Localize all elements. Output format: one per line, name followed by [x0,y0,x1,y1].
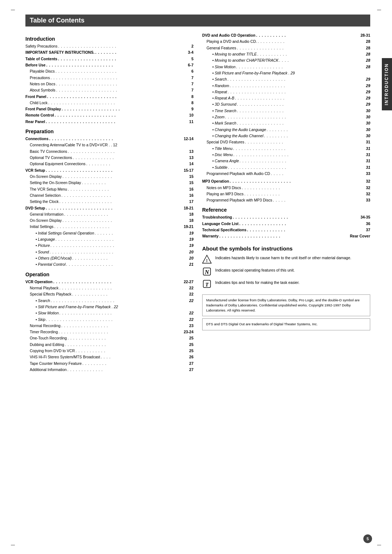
toc-line: • Subtitle . . . . . . . . . . . . . . .… [202,164,370,171]
reference-heading: Reference [202,207,370,213]
page-title: Table of Contents [25,15,370,27]
toc-line: Programmed Playback with Audio CD . . . … [202,171,370,177]
toc-line: Special DVD Features . . . . . . . . . .… [202,139,370,145]
about-symbols-page: 7 [191,87,193,93]
toc-line: Tape Counter Memory Feature . . . . . . … [25,360,193,367]
about-symbols-section: About the symbols for instructions ! Ind… [202,245,370,289]
toc-line: Technical Specifications . . . . . . . .… [202,227,370,233]
toc-line: Copying from DVD to VCR . . . . . . . . … [25,348,193,354]
svg-text:!: ! [206,258,208,263]
child-lock-label: Child Lock [30,100,48,106]
corner-mark-tl: — [11,7,15,12]
introduction-heading: Introduction [25,36,193,42]
introduction-section: Introduction Safety Precautions . . . . … [25,36,193,125]
right-column: DVD and Audio CD Operation . . . . . . .… [202,32,370,373]
toc-line: VCR Operation . . . . . . . . . . . . . … [25,279,193,285]
toc-line: Playing a DVD and Audio CD. . . . . . . … [202,38,370,45]
before-use-label: Before Use [25,62,45,68]
operation-heading: Operation [25,272,193,277]
page-number-badge: 5 [363,534,372,543]
toc-line: Child Lock . . . . . . . . . . . . . . .… [25,100,193,106]
front-panel-display-label: Front Panel Display [25,106,61,112]
toc-line: Setting the Clock . . . . . . . . . . . … [25,199,193,205]
toc-line: Precautions . . . . . . . . . . . . . . … [25,75,193,81]
toc-line: • Slow Motion . . . . . . . . . . . . . … [25,310,193,316]
toc-line: Language Code List . . . . . . . . . . .… [202,221,370,227]
toc-line: Basic TV Connections . . . . . . . . . .… [25,148,193,155]
svg-text:T: T [205,282,209,288]
toc-line: Notes on Discs . . . . . . . . . . . . .… [25,81,193,87]
toc-line: Playing an MP3 Discs . . . . . . . . . .… [202,191,370,197]
toc-line: • Moving to another CHAPTER/TRACK . . . … [202,57,370,64]
playable-discs-dots: . . . . . . . . . . . . . . . . . . . . … [56,68,191,74]
dolby-notice-box: Manufactured under license from Dolby La… [202,294,370,317]
tip-text: Indicates tips and hints for making the … [215,279,299,286]
precautions-dots: . . . . . . . . . . . . . . . . . . . . … [50,75,191,81]
symbol-row-note: N Indicates special operating features o… [202,267,370,276]
toc-line: • Repeat A-B . . . . . . . . . . . . . .… [202,95,370,101]
before-use-dots: . . . . . . . . . . . . . . . . . . . . … [46,62,187,68]
safety-precautions-dots: . . . . . . . . . . . . . . . . . . . . … [58,43,191,49]
toc-line: • Still Picture and Frame-by-Frame Playb… [25,304,193,310]
toc-line: DVD and Audio CD Operation . . . . . . .… [202,32,370,38]
important-safety-dots: . . . . . . . . [95,49,187,56]
before-use-page: 6-7 [188,62,193,68]
caution-text: Indicates hazards likely to cause harm t… [215,254,351,261]
dolby-notice-text: Manufactured under license from Dolby La… [206,298,360,313]
corner-mark-br: — [377,542,381,547]
toc-label: Table of Contents [25,56,57,62]
toc-line: • Initial Settings General Operation . .… [25,230,193,236]
toc-line: • Disc Menu . . . . . . . . . . . . . . … [202,152,370,158]
preparation-heading: Preparation [25,129,193,134]
toc-page: 5 [191,56,193,62]
child-lock-dots: . . . . . . . . . . . . . . . . . . . . … [48,100,191,106]
toc-line: Before Use . . . . . . . . . . . . . . .… [25,62,193,68]
toc-line: The VCR Setup Menu . . . . . . . . . . .… [25,186,193,192]
toc-line: On-Screen Display . . . . . . . . . . . … [25,174,193,180]
rear-panel-dots: . . . . . . . . . . . . . . . . . . . . … [46,119,188,125]
svg-text:N: N [204,269,209,275]
rear-panel-page: 11 [189,119,193,125]
remote-control-page: 10 [189,112,193,118]
toc-line: Notes on MP3 Discs . . . . . . . . . . .… [202,185,370,191]
toc-line: • Others (DRC/Vocal) . . . . . . . . . .… [25,255,193,261]
front-panel-display-dots: . . . . . . . . . . . . . . . . . . . . … [62,106,191,112]
about-symbols-heading: About the symbols for instructions [202,245,370,252]
notes-discs-dots: . . . . . . . . . . . . . . . . . . . . … [56,81,191,87]
toc-line: Optional TV Connections . . . . . . . . … [25,155,193,161]
toc-line: About Symbols . . . . . . . . . . . . . … [25,87,193,93]
symbol-row-caution: ! Indicates hazards likely to cause harm… [202,254,370,264]
operation-section: Operation VCR Operation . . . . . . . . … [25,272,193,373]
toc-line: Optional Equipment Connections . . . . .… [25,161,193,167]
important-safety-page: 3-4 [188,49,193,56]
toc-line: • Title Menu . . . . . . . . . . . . . .… [202,146,370,152]
left-column: Introduction Safety Precautions . . . . … [25,32,193,373]
toc-line: Initial Settings . . . . . . . . . . . .… [25,224,193,230]
toc-line: Special Effects Playback . . . . . . . .… [25,291,193,297]
toc-line: On-Screen Display . . . . . . . . . . . … [25,217,193,224]
front-panel-page: 8 [191,94,193,100]
toc-line: • Changing the Audio Channel . . . . . .… [202,133,370,139]
front-panel-label: Front Panel [25,94,46,100]
safety-precautions-label: Safety Precautions [25,43,57,49]
front-panel-dots: . . . . . . . . . . . . . . . . . . . . … [47,94,191,100]
rear-panel-label: Rear Panel [25,119,45,125]
toc-line: • Sound . . . . . . . . . . . . . . . . … [25,249,193,255]
preparation-section: Preparation Connections . . . . . . . . … [25,129,193,268]
child-lock-page: 8 [191,100,193,106]
front-panel-display-page: 9 [191,106,193,112]
toc-line: Programmed Playback with MP3 Discs . . .… [202,197,370,203]
toc-line: • Language . . . . . . . . . . . . . . .… [25,236,193,243]
toc-line: MP3 Operation . . . . . . . . . . . . . … [202,178,370,184]
toc-line: VHS Hi-Fi Stereo System/MTS Broadcast . … [25,354,193,360]
toc-line: Channel Selection . . . . . . . . . . . … [25,192,193,199]
two-column-layout: Introduction Safety Precautions . . . . … [25,32,370,373]
toc-line: Setting the On-Screen Display . . . . . … [25,180,193,186]
toc-line: Table of Contents . . . . . . . . . . . … [25,56,193,62]
about-symbols-dots: . . . . . . . . . . . . . . . . . . . . … [56,87,191,93]
toc-line: Playable Discs . . . . . . . . . . . . .… [25,68,193,74]
toc-line: • Random . . . . . . . . . . . . . . . .… [202,83,370,89]
remote-control-dots: . . . . . . . . . . . . . . . . . . . . … [55,112,189,118]
toc-line: • Skip . . . . . . . . . . . . . . . . .… [25,317,193,323]
toc-line: General Information . . . . . . . . . . … [25,211,193,217]
